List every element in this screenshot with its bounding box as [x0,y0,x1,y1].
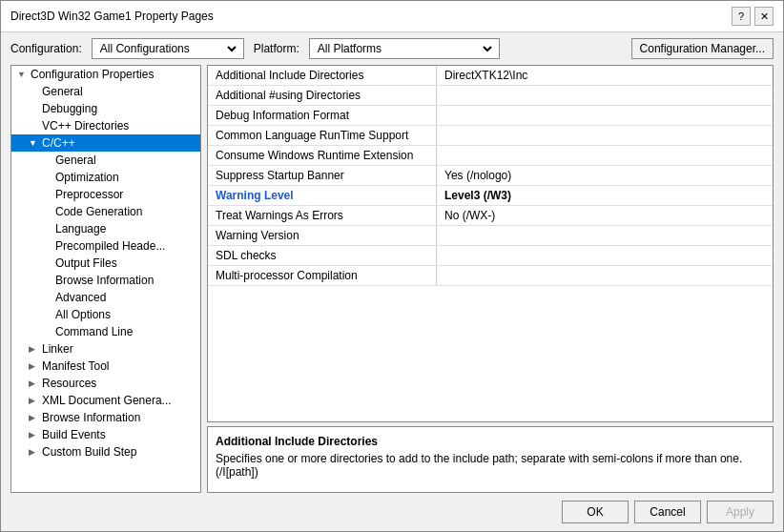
table-row[interactable]: Debug Information Format [208,106,773,126]
tree-expander: ▶ [29,430,42,440]
prop-value [437,246,773,265]
tree-item-custom-build[interactable]: ▶Custom Build Step [11,443,200,460]
table-row[interactable]: Common Language RunTime Support [208,126,773,146]
tree-item-cpp-lang[interactable]: Language [11,220,200,237]
footer: OK Cancel Apply [1,493,783,531]
cancel-button[interactable]: Cancel [634,501,701,523]
tree-item-browse-info[interactable]: ▶Browse Information [11,409,200,426]
prop-value [437,106,773,125]
config-label: Configuration: [10,42,82,55]
tree-expander: ▼ [29,138,42,148]
prop-key: Common Language RunTime Support [208,126,437,145]
main-content: ▼Configuration PropertiesGeneralDebuggin… [1,65,783,493]
prop-key: Warning Level [208,186,437,205]
tree-label: Code Generation [55,205,196,218]
tree-item-cpp-browse[interactable]: Browse Information [11,272,200,289]
tree-item-debugging[interactable]: Debugging [11,100,200,117]
platform-label: Platform: [254,42,299,55]
title-bar: Direct3D Win32 Game1 Property Pages ? ✕ [1,1,783,32]
prop-value [437,226,773,245]
desc-text: Specifies one or more directories to add… [216,452,765,479]
ok-button[interactable]: OK [562,501,629,523]
desc-box: Additional Include Directories Specifies… [207,426,774,493]
table-row[interactable]: Consume Windows Runtime Extension [208,146,773,166]
tree-label: Optimization [55,171,196,184]
table-row[interactable]: Treat Warnings As ErrorsNo (/WX-) [208,206,773,226]
config-manager-button[interactable]: Configuration Manager... [631,38,774,59]
tree-item-cpp-pch[interactable]: Precompiled Heade... [11,237,200,255]
prop-value: DirectXTK12\Inc [437,66,773,85]
platform-select[interactable]: All Platforms [314,41,495,56]
tree-label: Debugging [42,102,196,115]
prop-key: Warning Version [208,226,437,245]
prop-value: Level3 (/W3) [437,186,773,205]
tree-item-cpp-cmdline[interactable]: Command Line [11,323,200,340]
config-select[interactable]: All Configurations [96,41,239,56]
tree-expander: ▶ [29,396,42,405]
tree-item-general[interactable]: General [11,83,200,100]
tree-expander: ▶ [29,344,42,354]
tree-label: Command Line [55,325,196,338]
close-button[interactable]: ✕ [754,7,774,26]
tree-item-manifest[interactable]: ▶Manifest Tool [11,358,200,375]
tree-label: C/C++ [42,136,196,150]
tree-label: General [42,85,196,98]
table-row[interactable]: Suppress Startup BannerYes (/nologo) [208,166,773,186]
help-button[interactable]: ? [732,7,751,26]
tree-item-resources[interactable]: ▶Resources [11,375,200,392]
platform-dropdown[interactable]: All Platforms [309,38,500,59]
table-row[interactable]: Warning Version [208,226,773,246]
tree-label: Custom Build Step [42,445,196,459]
prop-value [437,86,773,105]
prop-key: Treat Warnings As Errors [208,206,437,225]
tree-label: Manifest Tool [42,359,196,373]
tree-expander: ▶ [29,413,42,422]
tree-item-cpp-optim[interactable]: Optimization [11,169,200,186]
props-table: Additional Include DirectoriesDirectXTK1… [207,65,774,422]
tree-item-cpp-codegen[interactable]: Code Generation [11,203,200,220]
prop-key: Debug Information Format [208,106,437,125]
tree-item-cpp-allopts[interactable]: All Options [11,306,200,323]
tree-item-cpp-outfiles[interactable]: Output Files [11,255,200,272]
property-pages-dialog: Direct3D Win32 Game1 Property Pages ? ✕ … [0,0,784,532]
dialog-title: Direct3D Win32 Game1 Property Pages [10,10,214,23]
props-panel: Additional Include DirectoriesDirectXTK1… [207,65,774,493]
tree-expander: ▼ [17,70,31,79]
config-dropdown[interactable]: All Configurations [92,38,244,59]
tree-label: Build Events [42,428,196,441]
tree-label: XML Document Genera... [42,394,196,407]
tree-expander: ▶ [29,361,42,371]
table-row[interactable]: Warning LevelLevel3 (/W3) [208,186,773,206]
prop-value [437,266,773,285]
tree-item-cpp-general[interactable]: General [11,152,200,169]
table-row[interactable]: Additional #using Directories [208,86,773,106]
tree-label: Preprocessor [55,188,196,201]
tree-expander: ▶ [29,447,42,457]
desc-title: Additional Include Directories [216,435,765,448]
tree-item-cpp[interactable]: ▼C/C++ [11,134,200,152]
tree-item-cpp-advanced[interactable]: Advanced [11,289,200,306]
table-row[interactable]: Additional Include DirectoriesDirectXTK1… [208,66,773,86]
tree-item-vc-dirs[interactable]: VC++ Directories [11,117,200,134]
prop-key: Additional Include Directories [208,66,437,85]
tree-item-config-props[interactable]: ▼Configuration Properties [11,66,200,83]
tree-item-cpp-preproc[interactable]: Preprocessor [11,186,200,203]
tree-label: Resources [42,377,196,390]
table-row[interactable]: SDL checks [208,246,773,266]
table-row[interactable]: Multi-processor Compilation [208,266,773,286]
tree-label: Configuration Properties [31,68,196,81]
prop-value: No (/WX-) [437,206,773,225]
tree-label: Linker [42,342,196,356]
tree-item-xml-docgen[interactable]: ▶XML Document Genera... [11,392,200,409]
tree-label: General [55,153,196,167]
apply-button[interactable]: Apply [707,501,774,523]
prop-key: Consume Windows Runtime Extension [208,146,437,165]
tree-expander: ▶ [29,379,42,388]
prop-value [437,146,773,165]
tree-label: VC++ Directories [42,119,196,133]
tree-label: Advanced [55,291,196,304]
prop-value [437,126,773,145]
tree-item-linker[interactable]: ▶Linker [11,340,200,358]
tree-item-build-events[interactable]: ▶Build Events [11,426,200,443]
tree-label: Browse Information [55,274,196,287]
